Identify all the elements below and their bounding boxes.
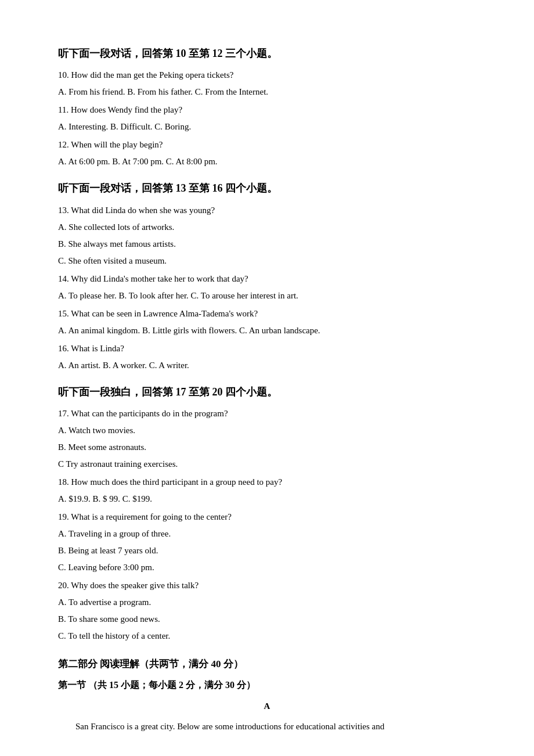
part2: 第二部分 阅读理解（共两节，满分 40 分） 第一节 （共 15 小题；每小题 … xyxy=(58,656,476,734)
q12-options: A. At 6:00 pm. B. At 7:00 pm. C. At 8:00… xyxy=(58,154,476,170)
q17-option-a: A. Watch two movies. xyxy=(58,423,476,438)
q13-option-c: C. She often visited a museum. xyxy=(58,253,476,269)
passage-a-intro: San Francisco is a great city. Below are… xyxy=(58,719,476,735)
q16-text: 16. What is Linda? xyxy=(58,341,476,357)
q17-option-c: C Try astronaut training exercises. xyxy=(58,456,476,472)
q16-options: A. An artist. B. A worker. C. A writer. xyxy=(58,358,476,373)
section-13-16: 听下面一段对话，回答第 13 至第 16 四个小题。 13. What did … xyxy=(58,179,476,373)
q19-text: 19. What is a requirement for going to t… xyxy=(58,509,476,525)
q18-text: 18. How much does the third participant … xyxy=(58,474,476,490)
section-13-16-heading: 听下面一段对话，回答第 13 至第 16 四个小题。 xyxy=(58,179,476,197)
section-10-12-heading: 听下面一段对话，回答第 10 至第 12 三个小题。 xyxy=(58,44,476,63)
q17-text: 17. What can the participants do in the … xyxy=(58,406,476,422)
question-15: 15. What can be seen in Lawrence Alma-Ta… xyxy=(58,306,476,339)
question-20: 20. Why does the speaker give this talk?… xyxy=(58,578,476,644)
q10-text: 10. How did the man get the Peking opera… xyxy=(58,67,476,83)
q20-option-c: C. To tell the history of a center. xyxy=(58,628,476,644)
section-17-20-heading: 听下面一段独白，回答第 17 至第 20 四个小题。 xyxy=(58,383,476,401)
q15-text: 15. What can be seen in Lawrence Alma-Ta… xyxy=(58,306,476,322)
section-10-12: 听下面一段对话，回答第 10 至第 12 三个小题。 10. How did t… xyxy=(58,44,476,170)
question-10: 10. How did the man get the Peking opera… xyxy=(58,67,476,100)
q12-text: 12. When will the play begin? xyxy=(58,137,476,153)
question-12: 12. When will the play begin? A. At 6:00… xyxy=(58,137,476,170)
q13-option-b: B. She always met famous artists. xyxy=(58,236,476,252)
question-17: 17. What can the participants do in the … xyxy=(58,406,476,472)
q10-options: A. From his friend. B. From his father. … xyxy=(58,84,476,100)
question-19: 19. What is a requirement for going to t… xyxy=(58,509,476,575)
q17-option-b: B. Meet some astronauts. xyxy=(58,440,476,455)
question-13: 13. What did Linda do when she was young… xyxy=(58,203,476,269)
q19-option-c: C. Leaving before 3:00 pm. xyxy=(58,560,476,575)
section1-heading: 第一节 （共 15 小题；每小题 2 分，满分 30 分） xyxy=(58,677,476,694)
passage-a-label: A xyxy=(58,699,476,714)
question-18: 18. How much does the third participant … xyxy=(58,474,476,507)
q15-options: A. An animal kingdom. B. Little girls wi… xyxy=(58,323,476,339)
q20-option-b: B. To share some good news. xyxy=(58,611,476,627)
q13-option-a: A. She collected lots of artworks. xyxy=(58,219,476,235)
question-14: 14. Why did Linda's mother take her to w… xyxy=(58,271,476,304)
q19-option-a: A. Traveling in a group of three. xyxy=(58,526,476,542)
q19-option-b: B. Being at least 7 years old. xyxy=(58,543,476,559)
q11-text: 11. How does Wendy find the play? xyxy=(58,102,476,118)
part2-heading: 第二部分 阅读理解（共两节，满分 40 分） xyxy=(58,656,476,674)
section-17-20: 听下面一段独白，回答第 17 至第 20 四个小题。 17. What can … xyxy=(58,383,476,644)
q20-option-a: A. To advertise a program. xyxy=(58,595,476,610)
q14-text: 14. Why did Linda's mother take her to w… xyxy=(58,271,476,287)
q13-text: 13. What did Linda do when she was young… xyxy=(58,203,476,218)
question-16: 16. What is Linda? A. An artist. B. A wo… xyxy=(58,341,476,373)
q11-options: A. Interesting. B. Difficult. C. Boring. xyxy=(58,119,476,135)
q18-options: A. $19.9. B. $ 99. C. $199. xyxy=(58,491,476,507)
q14-options: A. To please her. B. To look after her. … xyxy=(58,288,476,304)
q20-text: 20. Why does the speaker give this talk? xyxy=(58,578,476,593)
question-11: 11. How does Wendy find the play? A. Int… xyxy=(58,102,476,135)
